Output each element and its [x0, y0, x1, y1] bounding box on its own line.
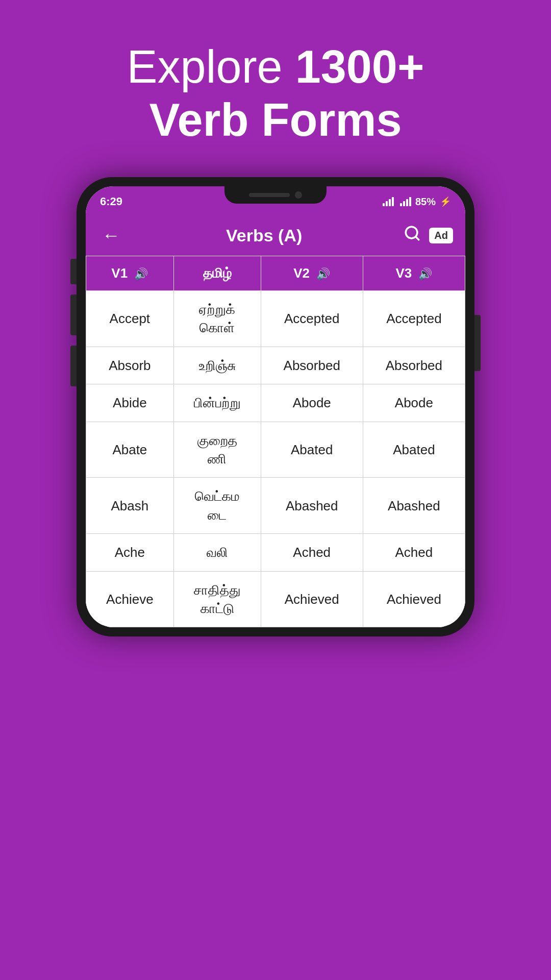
- signal2-bar-2: [403, 201, 405, 206]
- app-bar: ← Verbs (A) Ad: [86, 215, 465, 256]
- col-v3-label: V3: [395, 265, 415, 281]
- table-row[interactable]: Abideபின்பற்றுAbodeAbode: [86, 384, 465, 422]
- cell-v2: Abashed: [261, 478, 363, 534]
- status-bar: 6:29 85% ⚡: [86, 186, 465, 215]
- col-v3: V3 🔊: [363, 256, 465, 291]
- table-row[interactable]: AcheவலிAchedAched: [86, 534, 465, 571]
- col-v1-label: V1: [111, 265, 131, 281]
- cell-v2: Abode: [261, 384, 363, 422]
- app-bar-actions: Ad: [404, 225, 453, 246]
- table-body: Acceptஏற்றுக் கொள்AcceptedAcceptedAbsorb…: [86, 291, 465, 627]
- cell-v2: Achieved: [261, 571, 363, 627]
- signal-bar-1: [383, 203, 385, 206]
- table-row[interactable]: Abateகுறைத ணிAbatedAbated: [86, 422, 465, 478]
- header-verb-forms: Verb Forms: [127, 94, 424, 147]
- cell-tamil: சாதித்து காட்டு: [173, 571, 261, 627]
- signal2-bar-3: [406, 199, 408, 206]
- v3-sound-icon[interactable]: 🔊: [418, 267, 432, 280]
- col-v2-label: V2: [293, 265, 313, 281]
- notch: [224, 186, 327, 204]
- col-tamil: தமிழ்: [173, 256, 261, 291]
- col-v2: V2 🔊: [261, 256, 363, 291]
- cell-tamil: ஏற்றுக் கொள்: [173, 291, 261, 347]
- battery-percent: 85%: [415, 196, 436, 208]
- table-header: V1 🔊 தமிழ் V2 🔊 V3 🔊: [86, 256, 465, 291]
- status-time: 6:29: [100, 195, 122, 208]
- cell-v3: Abashed: [363, 478, 465, 534]
- cell-v3: Achieved: [363, 571, 465, 627]
- cell-v2: Ached: [261, 534, 363, 571]
- table-row[interactable]: Acceptஏற்றுக் கொள்AcceptedAccepted: [86, 291, 465, 347]
- v2-sound-icon[interactable]: 🔊: [316, 267, 330, 280]
- cell-v2: Accepted: [261, 291, 363, 347]
- phone-side-btn-4: [474, 315, 481, 371]
- phone-mockup: 6:29 85% ⚡: [77, 177, 474, 636]
- signal-icon-2: [400, 197, 411, 206]
- ad-badge: Ad: [429, 228, 453, 243]
- col-v1: V1 🔊: [86, 256, 174, 291]
- header-count: 1300+: [295, 41, 424, 92]
- phone-side-btn-1: [70, 259, 77, 284]
- table-row[interactable]: Abashவெட்கம டைAbashedAbashed: [86, 478, 465, 534]
- phone-side-btn-3: [70, 346, 77, 386]
- table-row[interactable]: Achieveசாதித்து காட்டுAchievedAchieved: [86, 571, 465, 627]
- col-tamil-label: தமிழ்: [203, 265, 232, 281]
- search-button[interactable]: [404, 225, 421, 246]
- svg-line-1: [416, 237, 419, 240]
- cell-tamil: வலி: [173, 534, 261, 571]
- signal-bar-3: [389, 199, 391, 206]
- cell-v1: Accept: [86, 291, 174, 347]
- table-row[interactable]: Absorbஉறிஞ்சுAbsorbedAbsorbed: [86, 347, 465, 384]
- cell-v2: Abated: [261, 422, 363, 478]
- cell-v3: Abode: [363, 384, 465, 422]
- battery-icon: ⚡: [440, 196, 451, 207]
- notch-bar: [249, 193, 290, 197]
- signal-bar-4: [392, 197, 394, 206]
- cell-v1: Abash: [86, 478, 174, 534]
- cell-v3: Accepted: [363, 291, 465, 347]
- cell-v1: Abate: [86, 422, 174, 478]
- signal-bar-2: [386, 201, 388, 206]
- cell-v1: Ache: [86, 534, 174, 571]
- cell-v2: Absorbed: [261, 347, 363, 384]
- status-right: 85% ⚡: [383, 196, 451, 208]
- signal-icon: [383, 197, 394, 206]
- page-header: Explore 1300+ Verb Forms: [127, 41, 424, 146]
- signal2-bar-1: [400, 203, 402, 206]
- cell-v3: Abated: [363, 422, 465, 478]
- cell-tamil: வெட்கம டை: [173, 478, 261, 534]
- phone-side-btn-2: [70, 295, 77, 335]
- cell-tamil: உறிஞ்சு: [173, 347, 261, 384]
- cell-v3: Ached: [363, 534, 465, 571]
- phone-screen: 6:29 85% ⚡: [86, 186, 465, 627]
- table-header-row: V1 🔊 தமிழ் V2 🔊 V3 🔊: [86, 256, 465, 291]
- cell-v1: Absorb: [86, 347, 174, 384]
- notch-camera: [295, 191, 302, 199]
- signal2-bar-4: [409, 197, 411, 206]
- cell-tamil: குறைத ணி: [173, 422, 261, 478]
- v1-sound-icon[interactable]: 🔊: [134, 267, 148, 280]
- verb-table: V1 🔊 தமிழ் V2 🔊 V3 🔊: [86, 256, 465, 627]
- cell-tamil: பின்பற்று: [173, 384, 261, 422]
- app-bar-title: Verbs (A): [226, 226, 302, 246]
- back-button[interactable]: ←: [98, 223, 124, 248]
- cell-v1: Achieve: [86, 571, 174, 627]
- header-explore: Explore: [127, 41, 295, 92]
- cell-v3: Absorbed: [363, 347, 465, 384]
- cell-v1: Abide: [86, 384, 174, 422]
